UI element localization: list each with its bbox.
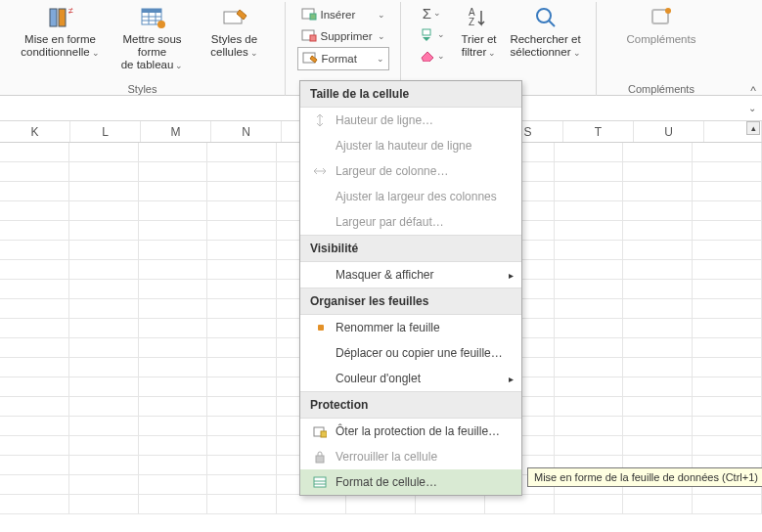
cell[interactable] — [207, 417, 277, 435]
cell[interactable] — [69, 417, 139, 435]
cell[interactable] — [555, 143, 624, 161]
cell[interactable] — [693, 260, 762, 279]
addins-button[interactable]: Compléments — [603, 2, 720, 48]
cell[interactable] — [207, 221, 277, 240]
collapse-ribbon-button[interactable]: ^ — [750, 84, 756, 98]
cell[interactable] — [139, 182, 208, 200]
cell[interactable] — [139, 338, 208, 357]
cell[interactable] — [623, 417, 693, 435]
menu-move-copy-sheet[interactable]: Déplacer ou copier une feuille… — [300, 340, 521, 366]
cell[interactable] — [0, 338, 69, 357]
cell[interactable] — [693, 338, 762, 357]
cell[interactable] — [693, 417, 762, 435]
find-select-button[interactable]: Rechercher etsélectionner⌄ — [507, 2, 585, 61]
cell[interactable] — [0, 143, 69, 161]
cell[interactable] — [693, 182, 762, 200]
cell[interactable] — [0, 221, 69, 240]
cell[interactable] — [623, 201, 693, 220]
cell[interactable] — [693, 436, 762, 455]
menu-rename-sheet[interactable]: Renommer la feuille — [300, 315, 521, 340]
cell[interactable] — [207, 475, 277, 494]
cell[interactable] — [207, 241, 277, 259]
cell[interactable] — [207, 319, 277, 337]
cell[interactable] — [69, 377, 139, 396]
menu-format-cell[interactable]: Format de cellule… — [300, 469, 521, 495]
cell[interactable] — [693, 358, 762, 377]
clear-button[interactable]: ⌄ — [420, 45, 445, 66]
cell[interactable] — [555, 182, 624, 200]
cell[interactable] — [693, 201, 762, 220]
cell[interactable] — [69, 143, 139, 161]
cell[interactable] — [693, 221, 762, 240]
column-header[interactable]: N — [211, 121, 282, 142]
cell[interactable] — [0, 319, 69, 337]
cell[interactable] — [623, 241, 693, 259]
cell[interactable] — [555, 221, 624, 240]
cell[interactable] — [207, 397, 277, 416]
cell[interactable] — [693, 377, 762, 396]
cell[interactable] — [0, 397, 69, 416]
cell[interactable] — [555, 377, 624, 396]
cell[interactable] — [555, 436, 624, 455]
cell[interactable] — [139, 417, 208, 435]
cell[interactable] — [139, 358, 208, 377]
column-header[interactable]: K — [0, 121, 70, 142]
cell[interactable] — [623, 299, 693, 318]
cell[interactable] — [693, 143, 762, 161]
cell[interactable] — [555, 319, 624, 337]
cell[interactable] — [555, 260, 624, 279]
cell[interactable] — [139, 436, 208, 455]
cell[interactable] — [69, 338, 139, 357]
cell[interactable] — [139, 456, 208, 474]
menu-column-width[interactable]: Largeur de colonne… — [300, 158, 521, 184]
cell[interactable] — [555, 397, 624, 416]
cell[interactable] — [69, 397, 139, 416]
menu-lock-cell[interactable]: Verrouiller la cellule — [300, 444, 521, 469]
cell[interactable] — [69, 162, 139, 181]
column-header[interactable]: L — [70, 121, 141, 142]
cell[interactable] — [207, 495, 277, 513]
cell[interactable] — [0, 456, 69, 474]
cell[interactable] — [693, 319, 762, 337]
cell[interactable] — [0, 241, 69, 259]
cell[interactable] — [207, 436, 277, 455]
menu-unprotect-sheet[interactable]: Ôter la protection de la feuille… — [300, 419, 521, 444]
cell[interactable] — [69, 436, 139, 455]
cell[interactable] — [69, 495, 139, 513]
cell[interactable] — [0, 182, 69, 200]
expand-formula-bar-button[interactable]: ⌄ — [748, 103, 756, 113]
cell[interactable] — [139, 397, 208, 416]
cell[interactable] — [207, 143, 277, 161]
cell[interactable] — [693, 280, 762, 298]
cell[interactable] — [693, 495, 762, 513]
cell[interactable] — [0, 260, 69, 279]
cell[interactable] — [207, 162, 277, 181]
menu-row-height[interactable]: Hauteur de ligne… — [300, 108, 521, 133]
format-as-table-button[interactable]: Mettre sous formede tableau⌄ — [109, 2, 197, 74]
sort-filter-button[interactable]: AZ Trier etfiltrer⌄ — [454, 2, 505, 61]
cell[interactable] — [623, 338, 693, 357]
cell[interactable] — [69, 182, 139, 200]
cell[interactable] — [207, 338, 277, 357]
cell[interactable] — [623, 182, 693, 200]
cell[interactable] — [0, 299, 69, 318]
cell[interactable] — [0, 495, 69, 513]
cell[interactable] — [207, 201, 277, 220]
cell[interactable] — [207, 358, 277, 377]
cell[interactable] — [69, 280, 139, 298]
cell[interactable] — [623, 162, 693, 181]
cell[interactable] — [623, 495, 693, 513]
format-button[interactable]: Format ⌄ — [297, 47, 389, 70]
cell[interactable] — [0, 417, 69, 435]
cell[interactable] — [555, 417, 624, 435]
cell[interactable] — [623, 436, 693, 455]
cell[interactable] — [555, 358, 624, 377]
cell[interactable] — [623, 143, 693, 161]
scroll-up-button[interactable]: ▴ — [746, 121, 760, 135]
cell[interactable] — [555, 495, 624, 513]
cell[interactable] — [139, 221, 208, 240]
cell[interactable] — [416, 495, 485, 513]
cell[interactable] — [0, 280, 69, 298]
cell[interactable] — [0, 377, 69, 396]
cell[interactable] — [207, 299, 277, 318]
